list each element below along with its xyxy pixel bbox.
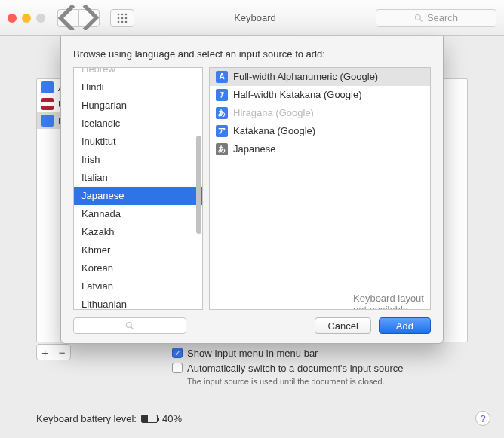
input-source-row[interactable]: あJapanese [210,140,430,158]
input-source-panel: AFull-width Alphanumeric (Google)ｱHalf-w… [209,67,431,310]
language-row[interactable]: Hindi [74,78,202,96]
add-button[interactable]: Add [379,317,431,334]
language-row[interactable]: Inuktitut [74,133,202,151]
zoom-window-button [36,14,45,23]
language-row[interactable]: Kazakh [74,223,202,241]
svg-point-11 [127,323,132,328]
close-window-button[interactable] [8,14,17,23]
ime-icon: A [216,71,228,83]
auto-switch-hint: The input source is used until the docum… [187,377,403,386]
input-source-list[interactable]: AFull-width Alphanumeric (Google)ｱHalf-w… [210,68,430,219]
language-row[interactable]: Korean [74,259,202,277]
ime-label: Hiragana (Google) [233,104,314,122]
input-source-row[interactable]: AFull-width Alphanumeric (Google) [210,68,430,86]
svg-point-6 [118,20,120,23]
sheet-prompt: Browse using language and select an inpu… [73,48,431,60]
divider [210,219,430,219]
search-icon [414,14,423,23]
battery-icon [141,415,158,423]
remove-source-button[interactable]: − [54,345,71,360]
ime-label: Full-width Alphanumeric (Google) [233,68,378,86]
titlebar: Keyboard Search [0,0,504,36]
battery-value: 40% [162,413,182,424]
language-row[interactable]: Kannada [74,205,202,223]
input-source-row[interactable]: アKatakana (Google) [210,122,430,140]
svg-point-9 [415,14,420,20]
svg-point-7 [121,20,124,23]
ime-icon: ア [216,125,228,137]
battery-label: Keyboard battery level: [36,413,137,424]
language-row[interactable]: Hungarian [74,96,202,115]
svg-point-3 [118,17,120,19]
window-controls [8,14,45,23]
search-placeholder: Search [427,12,458,23]
add-source-button[interactable]: + [37,345,54,360]
language-row[interactable]: Khmer [74,241,202,259]
language-list[interactable]: HebrewHindiHungarianIcelandicInuktitutIr… [74,68,202,309]
ime-label: Japanese [233,140,275,158]
input-source-row[interactable]: ｱHalf-width Katakana (Google) [210,86,430,104]
nav-segment [57,9,100,27]
ime-icon: あ [216,107,228,119]
source-icon [41,115,54,127]
svg-point-4 [121,17,124,19]
help-button[interactable]: ? [475,411,490,426]
sheet-search-input[interactable] [73,317,186,334]
auto-switch-checkbox[interactable] [172,363,183,373]
scrollbar[interactable] [196,136,201,234]
svg-point-0 [118,13,120,15]
language-row[interactable]: Italian [74,169,202,187]
language-row[interactable]: Latvian [74,277,202,296]
language-row[interactable]: Irish [74,151,202,169]
language-row[interactable]: Icelandic [74,115,202,133]
show-menu-label: Show Input menu in menu bar [187,348,318,359]
ime-icon: あ [216,143,228,155]
cancel-button[interactable]: Cancel [315,317,370,334]
ime-icon: ｱ [216,89,228,101]
language-row[interactable]: Hebrew [74,68,202,78]
source-icon [41,98,54,110]
svg-point-5 [125,17,128,19]
add-remove-segment: + − [36,344,71,360]
source-icon [41,81,54,93]
layout-preview-message: Keyboard layout not available [353,285,424,310]
search-icon [125,321,134,330]
show-menu-checkbox[interactable] [172,348,183,358]
svg-point-2 [125,13,128,15]
ime-label: Katakana (Google) [233,122,315,140]
svg-point-1 [121,13,124,15]
svg-line-12 [131,327,134,329]
window-title: Keyboard [140,12,370,23]
auto-switch-label: Automatically switch to a document's inp… [187,363,403,374]
language-row[interactable]: Lithuanian [74,296,202,309]
forward-button[interactable] [78,9,100,27]
language-list-panel: HebrewHindiHungarianIcelandicInuktitutIr… [73,67,203,310]
battery-status: Keyboard battery level: 40% [36,413,182,424]
ime-label: Half-width Katakana (Google) [233,86,362,104]
language-row[interactable]: Japanese [74,187,202,205]
svg-line-10 [419,19,422,21]
search-input[interactable]: Search [376,9,496,27]
show-all-button[interactable] [110,9,134,27]
svg-point-8 [125,20,128,23]
back-button[interactable] [57,9,78,27]
input-source-row: あHiragana (Google) [210,104,430,122]
add-input-source-sheet: Browse using language and select an inpu… [60,36,444,344]
options-area: Show Input menu in menu bar Automaticall… [172,345,403,386]
minimize-window-button[interactable] [22,14,31,23]
